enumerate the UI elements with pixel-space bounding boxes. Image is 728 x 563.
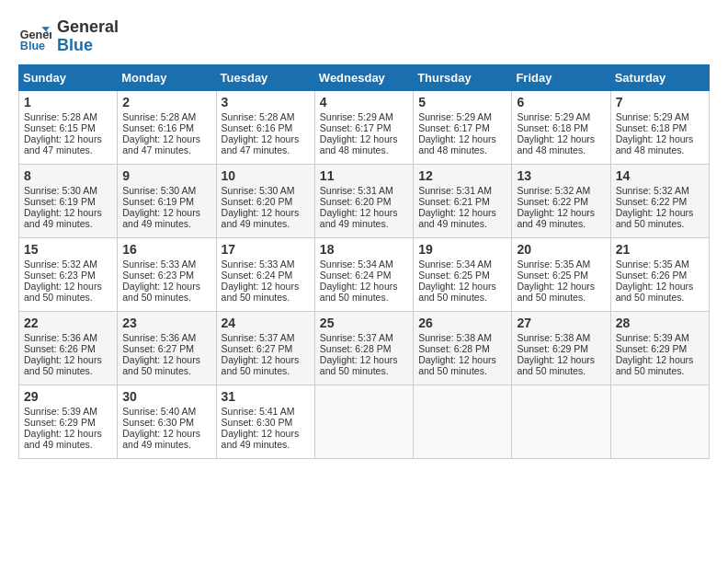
calendar-cell: 31Sunrise: 5:41 AMSunset: 6:30 PMDayligh… bbox=[216, 385, 314, 458]
logo-icon: General Blue bbox=[18, 20, 51, 53]
day-info-line: Daylight: 12 hours bbox=[222, 354, 310, 365]
day-info-line: Daylight: 12 hours bbox=[24, 354, 112, 365]
day-info-line: Daylight: 12 hours bbox=[122, 207, 210, 218]
day-info-line: Daylight: 12 hours bbox=[418, 354, 506, 365]
day-info-line: Sunset: 6:16 PM bbox=[122, 122, 210, 133]
day-info-line: and 47 minutes. bbox=[222, 144, 310, 155]
calendar-cell bbox=[610, 385, 709, 458]
day-info-line: Sunrise: 5:35 AM bbox=[616, 259, 704, 270]
calendar-cell: 18Sunrise: 5:34 AMSunset: 6:24 PMDayligh… bbox=[314, 237, 413, 311]
day-info-line: and 50 minutes. bbox=[320, 365, 408, 376]
calendar-cell: 13Sunrise: 5:32 AMSunset: 6:22 PMDayligh… bbox=[512, 164, 610, 237]
day-info-line: Daylight: 12 hours bbox=[616, 133, 704, 144]
day-info-line: Sunrise: 5:28 AM bbox=[222, 111, 310, 122]
day-number: 4 bbox=[320, 95, 408, 109]
day-info-line: Daylight: 12 hours bbox=[517, 281, 605, 292]
day-number: 2 bbox=[122, 95, 210, 109]
day-info-line: Sunrise: 5:28 AM bbox=[24, 111, 112, 122]
day-info-line: and 49 minutes. bbox=[122, 439, 210, 450]
calendar-cell: 26Sunrise: 5:38 AMSunset: 6:28 PMDayligh… bbox=[414, 311, 512, 385]
day-info-line: and 50 minutes. bbox=[616, 218, 704, 229]
day-info-line: and 50 minutes. bbox=[616, 365, 704, 376]
day-info-line: Sunset: 6:26 PM bbox=[24, 343, 112, 354]
day-info-line: and 49 minutes. bbox=[222, 218, 310, 229]
day-info-line: and 48 minutes. bbox=[517, 144, 605, 155]
day-info-line: Sunrise: 5:37 AM bbox=[222, 332, 310, 343]
day-info-line: and 49 minutes. bbox=[24, 439, 112, 450]
day-info-line: Sunrise: 5:29 AM bbox=[418, 111, 506, 122]
day-info-line: Daylight: 12 hours bbox=[222, 133, 310, 144]
day-info-line: Daylight: 12 hours bbox=[418, 207, 506, 218]
calendar-cell: 28Sunrise: 5:39 AMSunset: 6:29 PMDayligh… bbox=[610, 311, 709, 385]
calendar-cell: 25Sunrise: 5:37 AMSunset: 6:28 PMDayligh… bbox=[314, 311, 413, 385]
day-info-line: Daylight: 12 hours bbox=[320, 207, 408, 218]
calendar-cell bbox=[414, 385, 512, 458]
day-info-line: Sunset: 6:22 PM bbox=[517, 196, 605, 207]
day-info-line: and 50 minutes. bbox=[122, 292, 210, 303]
col-header-monday: Monday bbox=[118, 64, 216, 90]
calendar-week-1: 1Sunrise: 5:28 AMSunset: 6:15 PMDaylight… bbox=[19, 90, 710, 164]
day-info-line: Daylight: 12 hours bbox=[222, 207, 310, 218]
day-info-line: Sunset: 6:30 PM bbox=[122, 417, 210, 428]
calendar-cell: 4Sunrise: 5:29 AMSunset: 6:17 PMDaylight… bbox=[314, 90, 413, 164]
col-header-sunday: Sunday bbox=[19, 64, 118, 90]
day-info-line: and 50 minutes. bbox=[517, 292, 605, 303]
col-header-saturday: Saturday bbox=[610, 64, 709, 90]
day-info-line: Daylight: 12 hours bbox=[122, 428, 210, 439]
calendar-cell: 19Sunrise: 5:34 AMSunset: 6:25 PMDayligh… bbox=[414, 237, 512, 311]
calendar-cell: 21Sunrise: 5:35 AMSunset: 6:26 PMDayligh… bbox=[610, 237, 709, 311]
calendar-cell: 11Sunrise: 5:31 AMSunset: 6:20 PMDayligh… bbox=[314, 164, 413, 237]
calendar-table: SundayMondayTuesdayWednesdayThursdayFrid… bbox=[18, 64, 710, 459]
calendar-week-3: 15Sunrise: 5:32 AMSunset: 6:23 PMDayligh… bbox=[19, 237, 710, 311]
day-info-line: Sunrise: 5:32 AM bbox=[616, 185, 704, 196]
calendar-cell: 6Sunrise: 5:29 AMSunset: 6:18 PMDaylight… bbox=[512, 90, 610, 164]
day-info-line: and 48 minutes. bbox=[616, 144, 704, 155]
day-info-line: Sunset: 6:25 PM bbox=[517, 270, 605, 281]
day-info-line: Sunrise: 5:28 AM bbox=[122, 111, 210, 122]
day-info-line: Sunset: 6:24 PM bbox=[222, 270, 310, 281]
day-info-line: Sunrise: 5:38 AM bbox=[517, 332, 605, 343]
calendar-cell bbox=[314, 385, 413, 458]
day-info-line: Daylight: 12 hours bbox=[24, 207, 112, 218]
day-info-line: Sunrise: 5:41 AM bbox=[222, 406, 310, 417]
day-info-line: Sunrise: 5:31 AM bbox=[418, 185, 506, 196]
svg-text:Blue: Blue bbox=[20, 40, 45, 52]
day-number: 17 bbox=[222, 242, 310, 257]
day-info-line: Sunset: 6:30 PM bbox=[222, 417, 310, 428]
calendar-cell: 2Sunrise: 5:28 AMSunset: 6:16 PMDaylight… bbox=[118, 90, 216, 164]
day-info-line: Daylight: 12 hours bbox=[616, 207, 704, 218]
day-info-line: and 49 minutes. bbox=[517, 218, 605, 229]
day-info-line: Daylight: 12 hours bbox=[222, 428, 310, 439]
calendar-week-2: 8Sunrise: 5:30 AMSunset: 6:19 PMDaylight… bbox=[19, 164, 710, 237]
calendar-cell: 7Sunrise: 5:29 AMSunset: 6:18 PMDaylight… bbox=[610, 90, 709, 164]
day-number: 31 bbox=[222, 389, 310, 404]
day-info-line: Sunrise: 5:29 AM bbox=[616, 111, 704, 122]
day-info-line: Sunset: 6:27 PM bbox=[122, 343, 210, 354]
day-info-line: Sunrise: 5:38 AM bbox=[418, 332, 506, 343]
calendar-cell bbox=[512, 385, 610, 458]
day-info-line: Sunrise: 5:36 AM bbox=[24, 332, 112, 343]
col-header-tuesday: Tuesday bbox=[216, 64, 314, 90]
day-info-line: Sunrise: 5:40 AM bbox=[122, 406, 210, 417]
day-info-line: Sunrise: 5:29 AM bbox=[320, 111, 408, 122]
logo-blue: Blue bbox=[57, 37, 119, 55]
calendar-cell: 8Sunrise: 5:30 AMSunset: 6:19 PMDaylight… bbox=[19, 164, 118, 237]
col-header-friday: Friday bbox=[512, 64, 610, 90]
day-info-line: Daylight: 12 hours bbox=[122, 281, 210, 292]
day-number: 18 bbox=[320, 242, 408, 257]
day-info-line: Daylight: 12 hours bbox=[616, 354, 704, 365]
day-info-line: Sunset: 6:23 PM bbox=[122, 270, 210, 281]
day-info-line: Sunset: 6:25 PM bbox=[418, 270, 506, 281]
day-number: 13 bbox=[517, 168, 605, 183]
day-info-line: Daylight: 12 hours bbox=[517, 133, 605, 144]
day-info-line: Daylight: 12 hours bbox=[122, 354, 210, 365]
logo-general: General bbox=[57, 18, 119, 37]
day-info-line: Sunset: 6:29 PM bbox=[616, 343, 704, 354]
day-info-line: and 50 minutes. bbox=[222, 365, 310, 376]
day-info-line: Daylight: 12 hours bbox=[222, 281, 310, 292]
day-info-line: Daylight: 12 hours bbox=[320, 133, 408, 144]
day-info-line: Sunset: 6:18 PM bbox=[517, 122, 605, 133]
calendar-cell: 12Sunrise: 5:31 AMSunset: 6:21 PMDayligh… bbox=[414, 164, 512, 237]
day-info-line: and 50 minutes. bbox=[418, 292, 506, 303]
day-info-line: Sunset: 6:15 PM bbox=[24, 122, 112, 133]
